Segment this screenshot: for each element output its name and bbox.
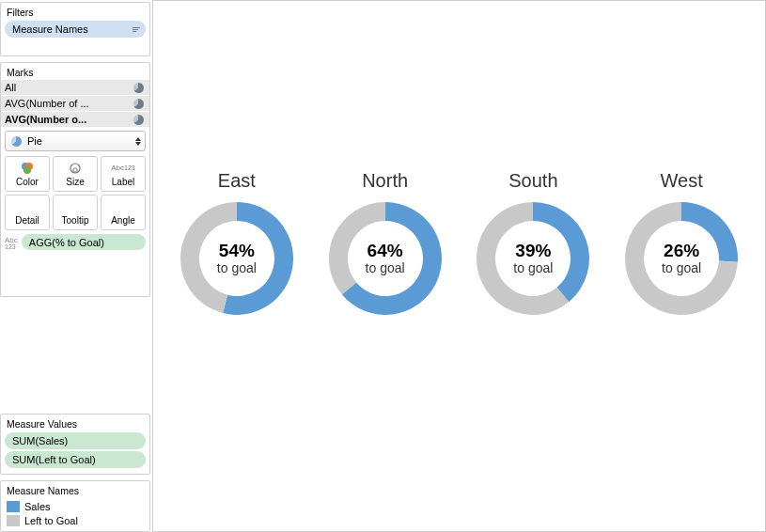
pill-label: AGG(% to Goal) [29,237,104,248]
shelf-tooltip[interactable]: Tooltip [53,195,98,230]
pill-label: SUM(Left to Goal) [12,454,96,465]
donut-chart[interactable]: 39% to goal [470,196,596,321]
donut-west: West 26% to goal [618,170,744,321]
pill-agg-pct-to-goal[interactable]: AGG(% to Goal) [22,234,146,250]
legend-item-sales[interactable]: Sales [7,499,146,513]
donut-pct: 39% [515,242,551,261]
donut-pct: 64% [367,242,403,261]
shelf-grid: Color Size Abc123 Label Detail Tooltip [5,156,146,230]
shelf-label[interactable]: Abc123 Label [101,156,146,192]
filters-title: Filters [5,6,146,21]
mark-type-select[interactable]: Pie [5,131,146,151]
legend-item-left-to-goal[interactable]: Left to Goal [7,513,146,527]
filter-pill-label: Measure Names [12,23,88,35]
shelf-label: Detail [15,215,39,226]
filters-panel: Filters Measure Names [0,2,150,56]
legend-swatch [7,515,20,526]
legend-label: Left to Goal [24,515,78,526]
donut-center: 54% to goal [174,196,300,321]
filter-pill-measure-names[interactable]: Measure Names [5,21,146,38]
donut-title: East [218,170,256,192]
pie-icon [133,83,144,93]
shelf-color[interactable]: Color [5,156,50,192]
marks-row-label: AVG(Number of ... [5,98,89,109]
donut-east: East 54% to goal [174,170,300,321]
size-icon [69,162,82,175]
legend-title: Measure Names [7,484,146,499]
color-icon [21,162,34,175]
pill-sum-sales[interactable]: SUM(Sales) [5,432,146,449]
donut-chart[interactable]: 26% to goal [618,196,744,321]
shelf-size[interactable]: Size [53,156,98,192]
donut-sub: to goal [662,260,701,275]
marks-row-label: AVG(Number o... [5,114,86,125]
pill-label: SUM(Sales) [12,435,68,446]
donut-center: 26% to goal [618,196,744,321]
donut-center: 39% to goal [470,196,596,321]
sort-icon [133,24,142,34]
marks-row-avg-2[interactable]: AVG(Number o... [1,112,149,127]
label-icon: Abc123 [5,237,18,250]
donut-chart[interactable]: 64% to goal [322,196,448,321]
donut-title: North [362,170,408,192]
svg-point-2 [23,166,31,174]
chevron-updown-icon [135,137,141,146]
shelf-label: Size [66,177,84,187]
shelf-label: Color [16,177,39,187]
marks-title: Marks [5,66,146,81]
donut-row: East 54% to goal North 64% to goal South [153,170,765,321]
legend-label: Sales [24,501,51,512]
marks-row-avg-1[interactable]: AVG(Number of ... [1,96,149,111]
sidebar: Filters Measure Names Marks All AVG(Numb… [0,0,150,532]
pill-sum-left-to-goal[interactable]: SUM(Left to Goal) [5,451,146,468]
marks-row-label: All [5,82,16,93]
measure-values-panel: Measure Values SUM(Sales) SUM(Left to Go… [0,414,150,475]
donut-center: 64% to goal [322,196,448,321]
donut-sub: to goal [217,260,257,275]
donut-south: South 39% to goal [470,170,596,321]
donut-sub: to goal [513,260,553,275]
pie-icon [11,136,22,147]
donut-sub: to goal [366,260,405,275]
donut-pct: 26% [664,242,699,261]
shelf-label: Angle [111,215,135,226]
label-shelf-pill-row: Abc123 AGG(% to Goal) [5,234,146,252]
label-icon: Abc123 [111,162,134,175]
donut-chart[interactable]: 54% to goal [174,196,300,321]
legend-swatch [7,501,20,512]
donut-north: North 64% to goal [322,170,448,321]
marks-panel: Marks All AVG(Number of ... AVG(Number o… [0,62,150,297]
pie-icon [133,99,144,109]
svg-point-4 [73,167,77,171]
legend-panel: Measure Names Sales Left to Goal [0,480,150,532]
shelf-angle[interactable]: Angle [101,195,146,230]
donut-pct: 54% [219,242,255,261]
donut-title: South [508,170,557,192]
shelf-detail[interactable]: Detail [5,195,50,230]
pie-icon [133,115,144,125]
measure-values-title: Measure Values [5,417,146,432]
marks-row-all[interactable]: All [1,80,149,95]
worksheet-canvas: East 54% to goal North 64% to goal South [152,0,766,532]
shelf-label: Label [112,177,134,187]
donut-title: West [661,170,703,192]
mark-type-label: Pie [27,135,42,147]
shelf-label: Tooltip [62,215,89,226]
